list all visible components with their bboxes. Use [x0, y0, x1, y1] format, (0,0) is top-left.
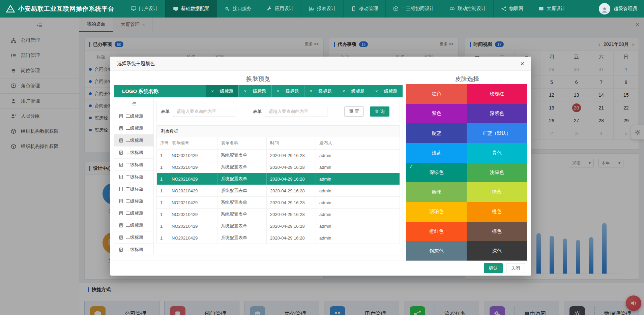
- cube-icon: [393, 6, 399, 11]
- app-title: 小安易联工业互联网操作系统平台: [18, 5, 114, 13]
- theme-modal: 选择系统主题颜色 × 换肤预览 皮肤选择 LOGO 系统名称 × 一级标题 × …: [110, 57, 531, 276]
- nav-menu-item[interactable]: 联动控制设计: [442, 0, 493, 18]
- preview-tab-label: 一级标题: [216, 88, 233, 94]
- column-header: 发布人: [316, 137, 400, 149]
- preview-sidebar-label: 二级标题: [126, 234, 143, 241]
- preview-sidebar-item[interactable]: 二级标题: [114, 171, 153, 183]
- nav-menu-item[interactable]: 接口服务: [217, 0, 259, 18]
- list-row[interactable]: 1 NO20210429 系统配置表单 2020-04-29 16:28 adm…: [157, 209, 400, 220]
- avatar: [599, 3, 610, 14]
- skin-swatch-label: 浅蓝: [432, 150, 441, 156]
- close-button[interactable]: 关闭: [506, 263, 525, 273]
- preview-sidebar-item[interactable]: 二级标题: [114, 231, 153, 244]
- search-button[interactable]: 查 询: [370, 106, 389, 117]
- list-row[interactable]: 1 NO20210429 系统配置表单 2020-04-29 16:28 adm…: [157, 161, 400, 173]
- skin-swatch[interactable]: 棕色: [467, 222, 527, 241]
- nav-menu-label: 应用设计: [275, 6, 294, 12]
- skin-swatch[interactable]: 正蓝（默认）: [467, 123, 527, 143]
- preview-sidebar-item[interactable]: 二级标题: [114, 195, 153, 207]
- doc-icon: [119, 223, 123, 228]
- preview-sidebar-item[interactable]: 二级标题: [114, 134, 153, 147]
- nav-menu-item[interactable]: 应用设计: [259, 0, 301, 18]
- skin-swatch-label: 红色: [432, 91, 441, 97]
- check-icon: ✓: [409, 163, 413, 169]
- app-logo: 小安易联工业互联网操作系统平台: [0, 0, 123, 18]
- skin-swatch[interactable]: ✓ 深绿色: [406, 163, 467, 182]
- nav-menu-item[interactable]: 大屏设计: [531, 0, 573, 18]
- skin-swatch-label: 嫩绿: [432, 189, 441, 195]
- skin-swatch-label: 橙色: [492, 209, 502, 215]
- user-menu[interactable]: 超级管理员: [592, 0, 644, 18]
- desktop-icon: [131, 6, 136, 11]
- skin-swatch[interactable]: 玫瑰红: [467, 84, 527, 104]
- skin-swatch[interactable]: 深色: [467, 241, 527, 261]
- preview-sidebar-item[interactable]: 二级标题: [114, 122, 153, 134]
- nav-menu-label: 报表设计: [317, 6, 336, 12]
- confirm-button[interactable]: 确认: [484, 263, 503, 273]
- doc-icon: [119, 114, 123, 119]
- close-icon[interactable]: ×: [520, 60, 524, 67]
- preview-sidebar-item[interactable]: 二级标题: [114, 244, 153, 255]
- logo-triangle-icon: [6, 5, 15, 13]
- skin-swatch[interactable]: 紫色: [406, 104, 467, 123]
- preview-sidebar-label: 二级标题: [126, 125, 143, 131]
- skin-swatch[interactable]: 嫩绿: [406, 182, 467, 202]
- list-row[interactable]: 1 NO20210429 系统配置表单 2020-04-29 16:28 adm…: [157, 173, 400, 185]
- skin-swatch[interactable]: 红色: [406, 84, 467, 104]
- skin-swatch-label: 钢灰色: [430, 248, 444, 254]
- list-row[interactable]: 1 NO20210429 系统配置表单 2020-04-29 16:28 adm…: [157, 197, 400, 209]
- preview-tab[interactable]: × 一级标题: [337, 85, 370, 97]
- preview-tab[interactable]: × 一级标题: [370, 85, 403, 97]
- list-row[interactable]: 1 NO20210429 系统配置表单 2020-04-29 16:28 adm…: [157, 220, 400, 232]
- preview-sidebar-item[interactable]: 二级标题: [114, 207, 153, 219]
- skin-swatch-label: 正蓝（默认）: [483, 130, 511, 136]
- list-row[interactable]: 1 NO20210429 系统配置表单 2020-04-29 16:28 adm…: [157, 185, 400, 197]
- skin-swatch[interactable]: 橙色: [467, 202, 527, 221]
- preview-tab-label: 一级标题: [281, 88, 299, 94]
- skin-swatch[interactable]: 琥珀色: [406, 202, 467, 221]
- list-row[interactable]: 1 NO20210429 系统配置表单 2020-04-29 16:28 adm…: [157, 150, 400, 161]
- skin-swatch[interactable]: 浅蓝: [406, 143, 467, 163]
- skin-swatch[interactable]: 靛蓝: [406, 123, 467, 143]
- preview-tab-label: 一级标题: [314, 88, 332, 94]
- preview-sidebar-label: 二级标题: [126, 210, 143, 216]
- preview-sidebar-label: 二级标题: [126, 150, 143, 156]
- list-row[interactable]: 1 NO20210429 系统配置表单 2020-04-29 16:28 adm…: [157, 232, 400, 244]
- skin-swatch[interactable]: 深紫色: [467, 104, 527, 123]
- query-input-2[interactable]: [265, 106, 327, 117]
- skin-swatch[interactable]: 橙红色: [406, 222, 467, 241]
- preview-tab[interactable]: × 一级标题: [238, 85, 271, 97]
- preview-sidebar-item[interactable]: 二级标题: [114, 147, 153, 159]
- preview-sidebar-item[interactable]: 二级标题: [114, 183, 153, 195]
- preview-collapse-button[interactable]: [114, 97, 153, 110]
- skin-swatch[interactable]: 青色: [467, 143, 527, 163]
- preview-tab[interactable]: × 一级标题: [206, 85, 238, 97]
- column-header: 时间: [267, 137, 316, 149]
- preview-sidebar-item[interactable]: 二级标题: [114, 159, 153, 171]
- tab-close-icon: ×: [277, 89, 279, 94]
- preview-tab-label: 一级标题: [380, 88, 397, 94]
- column-header: 表单编号: [168, 137, 217, 149]
- book-icon: [538, 6, 544, 11]
- mobile-icon: [351, 6, 356, 11]
- nav-menu-item[interactable]: 门户设计: [123, 0, 165, 18]
- reset-button[interactable]: 重 置: [344, 106, 364, 117]
- nav-menu-item[interactable]: 物联网: [493, 0, 531, 18]
- skin-swatch[interactable]: 钢灰色: [406, 241, 467, 261]
- preview-sidebar-label: 二级标题: [126, 198, 143, 204]
- main-menu: 门户设计 基础数据配置 接口服务 应用设计 报表设计: [123, 0, 592, 18]
- skin-swatch-label: 深紫色: [490, 111, 504, 117]
- skin-swatch[interactable]: 绿黄: [467, 182, 527, 202]
- query-input-1[interactable]: [173, 106, 235, 117]
- preview-sidebar-item[interactable]: 二级标题: [114, 110, 153, 122]
- nav-menu-item[interactable]: 二三维协同设计: [385, 0, 442, 18]
- nav-menu-item[interactable]: 报表设计: [301, 0, 343, 18]
- skin-swatch[interactable]: 浅绿色: [467, 163, 527, 182]
- preview-sidebar-label: 二级标题: [126, 137, 143, 144]
- nav-menu-item[interactable]: 移动管理: [343, 0, 385, 18]
- column-header: 序号: [157, 137, 168, 149]
- preview-sidebar-item[interactable]: 二级标题: [114, 219, 153, 231]
- preview-tab[interactable]: × 一级标题: [304, 85, 337, 97]
- preview-tab[interactable]: × 一级标题: [271, 85, 304, 97]
- nav-menu-item[interactable]: 基础数据配置: [165, 0, 217, 18]
